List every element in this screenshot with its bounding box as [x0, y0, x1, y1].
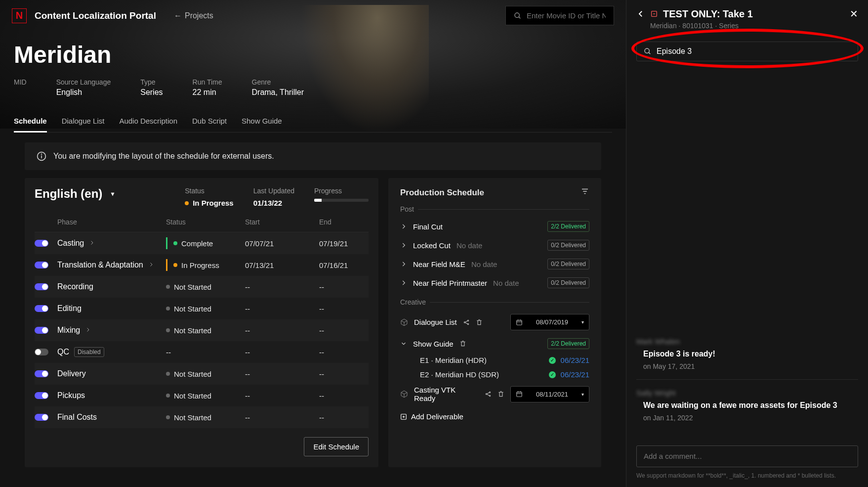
tab-dialogue-list[interactable]: Dialogue List: [62, 111, 105, 132]
show-guide-row: Show Guide 2/2 Delivered: [400, 334, 589, 353]
svg-line-1: [519, 17, 520, 18]
phase-end: --: [319, 283, 369, 291]
svg-point-9: [467, 320, 468, 321]
status-dot-icon: [166, 307, 170, 310]
meta-genre: Genre Drama, Thriller: [252, 78, 304, 97]
side-panel-title: TEST ONLY: Take 1: [663, 8, 845, 20]
phase-status: In Progress: [173, 261, 219, 269]
search-icon: [644, 47, 652, 55]
phase-status: Complete: [173, 239, 213, 248]
language-select[interactable]: English (en) ▾: [35, 187, 114, 201]
episode-date[interactable]: 06/23/21: [561, 370, 589, 379]
post-item-name: Near Field PrintmasterNo date: [413, 279, 541, 287]
share-icon[interactable]: [485, 391, 492, 398]
phase-toggle[interactable]: [35, 370, 48, 377]
phase-toggle[interactable]: [35, 283, 48, 290]
side-search-input[interactable]: [657, 47, 851, 56]
status-dot-icon: [166, 394, 170, 398]
phase-end: --: [319, 305, 369, 313]
trash-icon[interactable]: [497, 391, 504, 398]
phase-toggle[interactable]: [35, 414, 48, 421]
chevron-right-icon[interactable]: [400, 242, 407, 249]
show-guide-badge: 2/2 Delivered: [547, 338, 589, 349]
episode-row: E2 · Meridian HD (SDR)✓06/23/21: [400, 367, 589, 382]
tab-schedule[interactable]: Schedule: [14, 111, 47, 133]
cube-icon: [400, 390, 408, 398]
comment-input[interactable]: [636, 445, 858, 467]
svg-line-20: [487, 393, 490, 394]
search-input[interactable]: [527, 11, 606, 20]
phase-name: Recording: [57, 282, 161, 291]
status-dot-icon: [185, 201, 189, 205]
svg-point-0: [515, 13, 519, 17]
layout-notice: You are modifying the layout of the sche…: [25, 142, 601, 170]
chevron-right-icon[interactable]: [148, 261, 154, 269]
trash-icon[interactable]: [476, 319, 483, 326]
phase-name: QCDisabled: [57, 347, 161, 357]
comment-item: Sally WrightWe are waiting on a fewe mor…: [636, 379, 858, 431]
svg-point-17: [486, 394, 487, 395]
episode-date[interactable]: 06/23/21: [561, 356, 589, 364]
svg-point-8: [464, 321, 465, 322]
chevron-right-icon[interactable]: [89, 239, 95, 248]
phase-row: Translation & AdaptationIn Progress07/13…: [35, 254, 369, 276]
phase-row: EditingNot Started----: [35, 298, 369, 319]
phase-toggle[interactable]: [35, 240, 48, 247]
tab-dub-script[interactable]: Dub Script: [192, 111, 227, 132]
casting-vtk-date-picker[interactable]: 08/11/2021 ▾: [510, 386, 589, 402]
phase-name: Translation & Adaptation: [57, 261, 161, 269]
dialogue-list-date-picker[interactable]: 08/07/2019 ▾: [510, 314, 589, 330]
meta-row: MID Source Language English Type Series …: [14, 78, 612, 97]
phase-row: DeliveryNot Started----: [35, 363, 369, 385]
chevron-left-icon[interactable]: [636, 9, 645, 18]
delivered-badge: 0/2 Delivered: [547, 259, 589, 269]
phase-name: Delivery: [57, 369, 161, 378]
phase-toggle[interactable]: [35, 392, 48, 399]
projects-back-link[interactable]: ← Projects: [174, 11, 213, 20]
projects-link-label: Projects: [185, 11, 213, 20]
chevron-right-icon[interactable]: [400, 279, 407, 286]
caret-down-icon: ▾: [111, 190, 114, 197]
svg-point-10: [467, 323, 468, 324]
comment-input-field[interactable]: [644, 452, 851, 460]
comment-body: Episode 3 is ready!: [643, 350, 858, 358]
side-panel: TEST ONLY: Take 1 ✕ Meridian · 80101031 …: [626, 0, 868, 487]
close-icon[interactable]: ✕: [850, 8, 858, 20]
trash-icon[interactable]: [459, 340, 466, 347]
tab-audio-description[interactable]: Audio Description: [119, 111, 177, 132]
phase-end: --: [319, 413, 369, 422]
post-item-row: Near Field M&ENo date0/2 Delivered: [400, 255, 589, 273]
comment-author: Mark Whalen: [636, 337, 858, 346]
phase-toggle[interactable]: [35, 305, 48, 312]
add-deliverable-button[interactable]: Add Deliverable: [400, 412, 589, 421]
status-dot-icon: [166, 372, 170, 376]
phase-toggle[interactable]: [35, 262, 48, 268]
filter-icon[interactable]: [580, 187, 589, 198]
phase-row: RecordingNot Started----: [35, 276, 369, 298]
phase-table-header: Phase Status Start End: [35, 213, 369, 232]
chevron-right-icon[interactable]: [400, 261, 407, 267]
phase-start: --: [245, 348, 314, 356]
phase-status: --: [166, 348, 171, 356]
share-icon[interactable]: [463, 319, 470, 326]
chevron-right-icon[interactable]: [400, 223, 407, 230]
arrow-left-icon: ←: [174, 11, 182, 20]
search-icon: [514, 12, 522, 20]
phase-toggle[interactable]: [35, 327, 48, 334]
status-dot-icon: [173, 263, 177, 267]
edit-schedule-button[interactable]: Edit Schedule: [304, 437, 369, 456]
side-search[interactable]: [636, 42, 858, 61]
svg-rect-22: [517, 392, 522, 397]
phase-start: --: [245, 283, 314, 291]
chevron-right-icon[interactable]: [85, 326, 91, 335]
chevron-down-icon[interactable]: [400, 340, 407, 347]
tab-show-guide[interactable]: Show Guide: [242, 111, 282, 132]
episode-row: E1 · Meridian (HDR)✓06/23/21: [400, 353, 589, 367]
svg-rect-13: [517, 320, 522, 324]
phase-start: --: [245, 413, 314, 422]
post-item-date: No date: [471, 260, 497, 268]
comment-date: on May 17, 2021: [643, 362, 858, 370]
production-schedule-title: Production Schedule: [400, 188, 484, 198]
global-search[interactable]: [505, 6, 614, 25]
phase-toggle[interactable]: [35, 349, 48, 355]
